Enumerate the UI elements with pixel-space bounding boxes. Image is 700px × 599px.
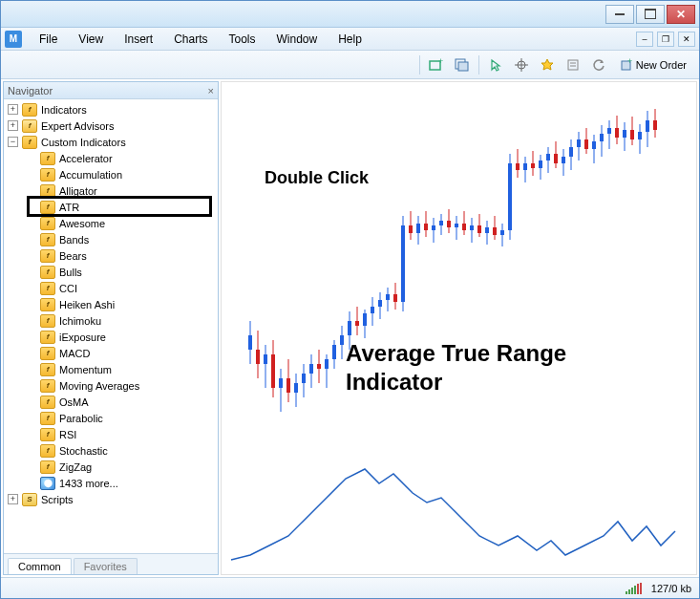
tree-label: Stochastic xyxy=(59,445,108,457)
menu-file[interactable]: File xyxy=(30,31,67,48)
svg-rect-83 xyxy=(516,163,520,170)
tree-item-stochastic[interactable]: f Stochastic xyxy=(4,442,218,459)
refresh-icon xyxy=(592,58,605,72)
menu-insert[interactable]: Insert xyxy=(115,31,162,48)
mdi-minimize-button[interactable]: – xyxy=(636,32,653,47)
svg-text:+: + xyxy=(627,58,632,66)
expander-icon[interactable]: + xyxy=(8,104,18,115)
crosshair-icon xyxy=(515,58,528,72)
navigator-header: Navigator × xyxy=(4,82,218,99)
new-chart-button[interactable]: + xyxy=(425,54,448,75)
expander-icon[interactable]: + xyxy=(8,494,18,504)
tree-item-cci[interactable]: f CCI xyxy=(4,280,218,296)
annotation-title-line2: Indicator xyxy=(346,369,442,396)
tree-item-momentum[interactable]: f Momentum xyxy=(4,361,218,377)
navigator-tree[interactable]: + f Indicators + f Expert Advisors − f C… xyxy=(4,99,218,553)
svg-rect-75 xyxy=(485,227,489,233)
new-chart-icon: + xyxy=(429,58,444,72)
expander-icon[interactable]: − xyxy=(8,137,18,147)
indicator-icon: f xyxy=(40,152,55,165)
tree-node-expert-advisors[interactable]: + f Expert Advisors xyxy=(4,118,218,134)
tree-label: Bands xyxy=(59,234,89,246)
tree-label: OsMA xyxy=(59,396,89,408)
chart-area[interactable]: Double Click Average True Range Indicato… xyxy=(221,81,697,575)
tree-item-more[interactable]: ⬤ 1433 more... xyxy=(4,475,218,491)
cursor-button[interactable] xyxy=(484,54,507,75)
tree-item-osma[interactable]: f OsMA xyxy=(4,394,218,410)
object-list-button[interactable] xyxy=(562,54,584,75)
svg-rect-37 xyxy=(340,335,344,345)
tree-item-bulls[interactable]: f Bulls xyxy=(4,264,218,280)
atr-indicator-chart xyxy=(222,445,689,577)
tree-label: Moving Averages xyxy=(59,380,139,392)
profile-icon xyxy=(455,58,470,72)
svg-rect-117 xyxy=(646,120,649,132)
tree-node-indicators[interactable]: + f Indicators xyxy=(4,101,218,118)
window-minimize-button[interactable] xyxy=(605,5,634,24)
globe-icon: ⬤ xyxy=(40,477,55,490)
tree-item-atr[interactable]: f ATR xyxy=(4,199,218,215)
crosshair-button[interactable] xyxy=(510,54,533,75)
tree-item-bears[interactable]: f Bears xyxy=(4,247,218,264)
indicator-icon: f xyxy=(40,347,55,360)
tree-label: Parabolic xyxy=(59,413,103,424)
order-icon: + xyxy=(620,58,633,72)
tree-item-parabolic[interactable]: f Parabolic xyxy=(4,410,218,426)
navigator-title: Navigator xyxy=(8,85,53,96)
tree-label: RSI xyxy=(59,429,76,440)
tree-label: Bears xyxy=(59,250,87,262)
app-icon: M xyxy=(5,31,22,48)
navigator-tab-common[interactable]: Common xyxy=(8,558,72,574)
menu-tools[interactable]: Tools xyxy=(220,31,265,48)
script-icon: S xyxy=(22,493,37,506)
tree-item-macd[interactable]: f MACD xyxy=(4,345,218,361)
tree-item-heiken-ashi[interactable]: f Heiken Ashi xyxy=(4,296,218,312)
tree-label: Momentum xyxy=(59,364,112,375)
refresh-button[interactable] xyxy=(587,54,610,75)
profiles-button[interactable] xyxy=(451,54,474,75)
tree-item-awesome[interactable]: f Awesome xyxy=(4,215,218,231)
toolbar-divider xyxy=(419,55,420,75)
toolbar-divider xyxy=(478,55,479,75)
tree-item-rsi[interactable]: f RSI xyxy=(4,426,218,442)
tree-node-scripts[interactable]: + S Scripts xyxy=(4,491,218,507)
navigator-tab-favorites[interactable]: Favorites xyxy=(74,558,138,574)
tree-item-moving-averages[interactable]: f Moving Averages xyxy=(4,377,218,394)
favorite-button[interactable] xyxy=(536,54,559,75)
menu-view[interactable]: View xyxy=(69,31,113,48)
tree-item-iexposure[interactable]: f iExposure xyxy=(4,329,218,345)
indicator-icon: f xyxy=(40,412,55,425)
window-maximize-button[interactable] xyxy=(636,5,665,24)
new-order-button[interactable]: + New Order xyxy=(613,54,693,75)
tree-item-accumulation[interactable]: f Accumulation xyxy=(4,166,218,182)
navigator-close-button[interactable]: × xyxy=(208,85,214,96)
menu-charts[interactable]: Charts xyxy=(164,31,217,48)
star-icon xyxy=(541,58,554,72)
svg-rect-61 xyxy=(432,225,435,230)
svg-rect-15 xyxy=(256,350,260,364)
svg-rect-45 xyxy=(371,307,374,313)
tree-item-ichimoku[interactable]: f Ichimoku xyxy=(4,312,218,329)
tree-label: Bulls xyxy=(59,267,82,278)
content-area: Navigator × + f Indicators + f Expert Ad… xyxy=(1,79,699,577)
svg-rect-35 xyxy=(332,345,336,359)
tree-label: 1433 more... xyxy=(59,478,118,489)
indicator-icon: f xyxy=(40,331,55,344)
tree-item-accelerator[interactable]: f Accelerator xyxy=(4,150,218,166)
tree-label: Alligator xyxy=(59,185,97,197)
window-close-button[interactable]: ✕ xyxy=(667,5,695,24)
mdi-close-button[interactable]: ✕ xyxy=(678,32,695,47)
navigator-panel: Navigator × + f Indicators + f Expert Ad… xyxy=(3,81,219,575)
menu-help[interactable]: Help xyxy=(329,31,371,48)
mdi-restore-button[interactable]: ❐ xyxy=(657,32,674,47)
menu-window[interactable]: Window xyxy=(267,31,328,48)
svg-rect-41 xyxy=(355,321,359,326)
indicator-icon: f xyxy=(40,379,55,393)
svg-rect-29 xyxy=(309,364,313,374)
expander-icon[interactable]: + xyxy=(8,120,18,131)
tree-item-alligator[interactable]: f Alligator xyxy=(4,182,218,199)
tree-item-bands[interactable]: f Bands xyxy=(4,231,218,247)
tree-node-custom-indicators[interactable]: − f Custom Indicators xyxy=(4,134,218,150)
tree-item-zigzag[interactable]: f ZigZag xyxy=(4,459,218,475)
annotation-double-click: Double Click xyxy=(265,168,369,188)
